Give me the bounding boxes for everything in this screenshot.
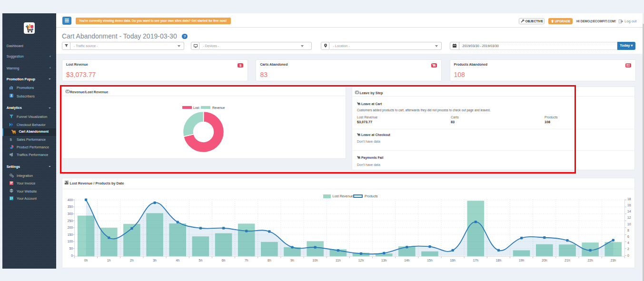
svg-text:18: 18 <box>627 197 631 201</box>
svg-text:350: 350 <box>68 205 73 208</box>
svg-text:14h: 14h <box>404 259 410 262</box>
svg-text:0: 0 <box>627 254 629 257</box>
svg-text:22h: 22h <box>587 259 593 262</box>
svg-text:7h: 7h <box>245 259 248 262</box>
svg-text:21h: 21h <box>565 259 570 262</box>
svg-text:11h: 11h <box>336 259 341 262</box>
svg-text:5h: 5h <box>199 259 203 262</box>
svg-text:2: 2 <box>627 247 629 251</box>
svg-text:18h: 18h <box>496 259 502 262</box>
svg-text:17h: 17h <box>473 259 479 262</box>
svg-text:13h: 13h <box>381 259 387 262</box>
svg-text:9h: 9h <box>290 259 294 262</box>
svg-text:0h: 0h <box>84 259 88 262</box>
svg-text:23h: 23h <box>611 259 616 262</box>
svg-text:6h: 6h <box>222 259 226 262</box>
svg-text:0: 0 <box>71 254 73 257</box>
svg-text:10: 10 <box>627 223 631 226</box>
svg-text:12: 12 <box>627 216 631 219</box>
svg-text:4h: 4h <box>176 259 179 262</box>
svg-text:6: 6 <box>627 235 629 238</box>
svg-text:100: 100 <box>68 240 73 243</box>
svg-text:10h: 10h <box>313 259 318 262</box>
svg-text:20h: 20h <box>542 259 547 262</box>
svg-text:16h: 16h <box>450 259 456 262</box>
svg-text:8: 8 <box>627 229 629 232</box>
svg-text:200: 200 <box>68 226 73 229</box>
svg-text:12h: 12h <box>358 259 364 262</box>
svg-text:4: 4 <box>627 241 629 244</box>
svg-text:14: 14 <box>627 210 631 213</box>
svg-text:3h: 3h <box>153 259 157 262</box>
svg-text:50: 50 <box>69 247 73 250</box>
svg-text:150: 150 <box>68 233 73 236</box>
svg-text:250: 250 <box>68 219 73 223</box>
svg-text:2h: 2h <box>130 259 134 262</box>
svg-text:15h: 15h <box>427 259 433 262</box>
svg-text:19h: 19h <box>519 259 525 262</box>
svg-text:300: 300 <box>68 212 73 215</box>
svg-text:1h: 1h <box>107 259 111 262</box>
svg-text:16: 16 <box>627 203 631 207</box>
svg-text:8h: 8h <box>268 259 271 262</box>
svg-text:400: 400 <box>68 198 73 202</box>
